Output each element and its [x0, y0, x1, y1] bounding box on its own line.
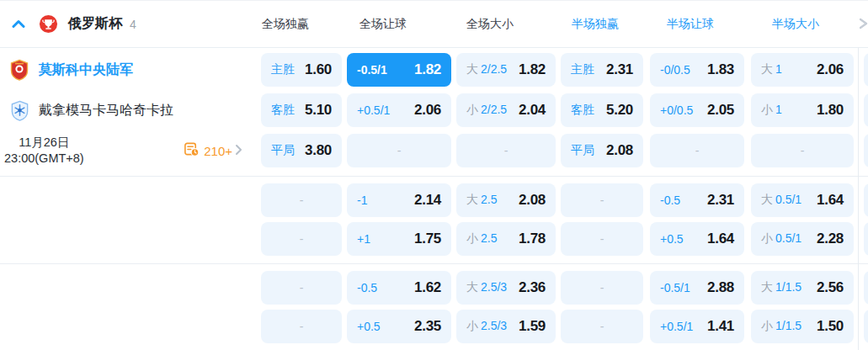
cropped-chevron-icon	[860, 18, 868, 33]
odds-cell-overunder[interactable]: 小2.5/31.59	[456, 310, 556, 343]
odds-value: 2.28	[817, 231, 844, 247]
odds-cell-handicap[interactable]: -0/0.51.83	[650, 53, 744, 87]
odds-group: --0.51.62大2.5/32.36--0.5/12.88大1/1.52.56…	[0, 263, 868, 350]
home-team-name: 莫斯科中央陆军	[39, 61, 133, 79]
collapse-league-button[interactable]	[12, 17, 25, 32]
odds-cell-overunder[interactable]: 大1/1.52.56	[751, 271, 854, 305]
odds-value: 2.08	[606, 142, 633, 159]
odds-label: -0.5	[660, 194, 680, 207]
odds-value: 1.41	[707, 318, 734, 335]
odds-value: 1.80	[817, 102, 844, 119]
odds-value: 1.64	[707, 231, 734, 247]
odds-cell-handicap[interactable]: +11.75	[347, 222, 451, 256]
odds-cell-empty: -	[261, 222, 342, 256]
odds-value: 1.50	[817, 318, 844, 335]
odds-cell-overunder[interactable]: 小0.5/12.28	[751, 222, 854, 256]
match-info-spacer	[0, 310, 259, 343]
odds-cell-handicap[interactable]: +0/0.52.05	[650, 93, 744, 127]
odds-label: 小1	[761, 103, 782, 118]
odds-value: 2.08	[519, 192, 546, 209]
odds-value: 2.88	[707, 279, 734, 296]
more-markets-count: 210+	[204, 144, 232, 158]
odds-cell-overunder[interactable]: 小2.51.78	[456, 222, 556, 256]
odds-cell-handicap[interactable]: -12.14	[347, 183, 451, 217]
odds-label: 客胜	[571, 103, 594, 118]
overunder-side: 大	[466, 193, 478, 206]
empty-odds-dash: -	[300, 232, 304, 246]
league-header: 俄罗斯杯 4 全场独赢 全场让球 全场大小 半场独赢 半场让球 半场大小	[0, 1, 868, 48]
trophy-icon	[39, 14, 58, 34]
cropped-next-column-cell	[864, 271, 868, 305]
odds-cell-overunder[interactable]: 大2.52.08	[456, 183, 556, 217]
odds-cell-handicap[interactable]: -0.5/12.88	[650, 271, 744, 305]
overunder-line: 2.5/3	[481, 280, 507, 294]
empty-odds-dash: -	[300, 320, 304, 333]
odds-cell-overunder[interactable]: 大2.5/32.36	[456, 271, 556, 305]
odds-cell-1x2[interactable]: 客胜5.10	[261, 93, 342, 127]
match-time-row: 11月26日 23:00(GMT+8) 210+	[0, 134, 259, 167]
empty-odds-dash: -	[504, 144, 509, 157]
markets-list-clock-icon	[184, 141, 200, 161]
odds-cell-overunder[interactable]: 小1/1.51.50	[751, 310, 854, 343]
odds-cell-overunder[interactable]: 大2/2.51.82	[456, 53, 556, 87]
match-info-spacer	[0, 222, 259, 256]
overunder-line: 2.5	[481, 231, 497, 245]
odds-value: 3.80	[305, 142, 332, 159]
odds-cell-1x2[interactable]: 客胜5.20	[561, 93, 643, 127]
odds-cell-empty: -	[347, 134, 451, 167]
odds-value: 1.82	[414, 61, 441, 78]
odds-cell-handicap[interactable]: +0.5/12.06	[347, 93, 451, 127]
odds-cell-empty: -	[561, 222, 643, 256]
odds-label: 大2.5/3	[466, 280, 507, 295]
match-datetime: 11月26日 23:00(GMT+8)	[4, 135, 84, 167]
empty-odds-dash: -	[600, 194, 604, 207]
overunder-line: 2/2.5	[481, 103, 507, 116]
odds-label: +0.5	[357, 320, 381, 333]
odds-cell-1x2[interactable]: 平局3.80	[261, 134, 342, 167]
odds-value: 2.35	[414, 318, 441, 335]
cropped-next-column-cell	[864, 222, 868, 256]
odds-cell-handicap[interactable]: +0.51.64	[650, 222, 744, 256]
overunder-line: 1/1.5	[775, 319, 801, 332]
odds-cell-overunder[interactable]: 小2/2.52.04	[456, 93, 556, 127]
odds-cell-overunder[interactable]: 大0.5/11.64	[751, 183, 854, 217]
match-date: 11月26日	[4, 135, 84, 151]
odds-cell-empty: -	[561, 271, 643, 305]
empty-odds-dash: -	[300, 281, 304, 294]
odds-label: 主胜	[571, 62, 594, 77]
column-header-full-handicap: 全场让球	[347, 17, 451, 32]
odds-cell-handicap[interactable]: -0.51.62	[347, 271, 451, 305]
odds-label: 平局	[271, 143, 295, 158]
odds-value: 1.64	[817, 192, 844, 209]
empty-odds-dash: -	[300, 194, 304, 207]
odds-cell-empty: -	[751, 134, 854, 167]
odds-cell-handicap[interactable]: +0.5/11.41	[650, 310, 744, 343]
more-markets-button[interactable]: 210+	[184, 141, 242, 161]
overunder-line: 1	[775, 103, 782, 116]
odds-cell-overunder[interactable]: 小11.80	[751, 93, 854, 127]
odds-cell-handicap[interactable]: +0.52.35	[347, 310, 451, 343]
league-info: 俄罗斯杯 4	[0, 14, 259, 34]
match-info-spacer	[0, 271, 259, 305]
home-team-row: 莫斯科中央陆军	[8, 53, 133, 87]
overunder-side: 大	[466, 62, 478, 76]
odds-cell-empty: -	[261, 271, 342, 305]
odds-value: 2.14	[414, 192, 441, 209]
overunder-side: 大	[761, 280, 773, 294]
odds-cell-1x2[interactable]: 主胜2.31	[561, 53, 643, 87]
overunder-line: 2.5/3	[481, 319, 507, 332]
odds-value: 1.83	[707, 61, 734, 78]
away-team-name: 戴拿模马卡马哈奇卡拉	[39, 102, 173, 119]
odds-label: 客胜	[271, 103, 295, 118]
cropped-next-column-cell	[864, 310, 868, 343]
odds-value: 2.04	[519, 102, 546, 119]
empty-odds-dash: -	[600, 232, 604, 246]
empty-odds-dash: -	[600, 320, 604, 333]
odds-cell-overunder[interactable]: 大12.06	[751, 53, 854, 87]
overunder-line: 0.5/1	[775, 193, 801, 206]
overunder-line: 1	[775, 62, 782, 76]
odds-cell-1x2[interactable]: 平局2.08	[561, 134, 643, 167]
odds-cell-handicap[interactable]: -0.5/11.82	[347, 53, 451, 87]
odds-cell-handicap[interactable]: -0.52.31	[650, 183, 744, 217]
odds-cell-1x2[interactable]: 主胜1.60	[261, 53, 342, 87]
